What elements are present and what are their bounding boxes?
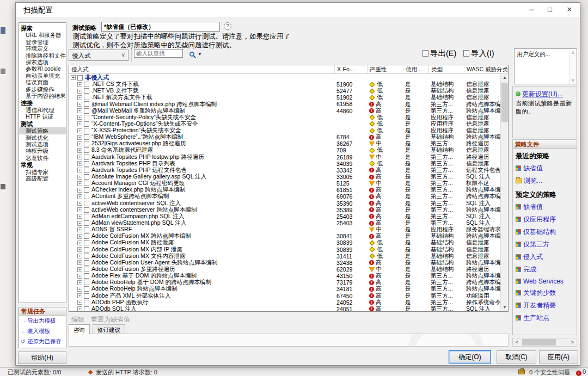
row-checkbox[interactable]: [84, 240, 89, 245]
expand-toggle-icon[interactable]: +: [77, 82, 82, 87]
row-checkbox[interactable]: [84, 95, 89, 100]
sidebar-item-HTTP 认证[interactable]: HTTP 认证: [19, 113, 66, 120]
expand-toggle-icon[interactable]: +: [77, 141, 82, 146]
expand-toggle-icon[interactable]: +: [77, 227, 82, 232]
table-row[interactable]: +@Mail WebMail 多重跨站点脚本编制44860!高是第三方...跨站…: [69, 108, 500, 114]
expand-toggle-icon[interactable]: +: [77, 121, 82, 126]
table-row[interactable]: +Adobe RoboHelp 跨站点脚本编制34181!高是第三方...跨站点…: [69, 286, 500, 292]
expand-toggle-icon[interactable]: +: [77, 221, 82, 226]
row-checkbox[interactable]: [84, 187, 89, 193]
expand-toggle-icon[interactable]: +: [77, 128, 82, 133]
policy-name-input[interactable]: [101, 22, 220, 32]
expand-toggle-icon[interactable]: +: [77, 89, 82, 94]
row-checkbox[interactable]: [84, 134, 89, 140]
expand-toggle-icon[interactable]: +: [77, 155, 82, 159]
table-row[interactable]: +Aardvark Topsites PHP 目录列表34039低是第三方...…: [69, 161, 500, 167]
close-button[interactable]: ✕: [560, 3, 579, 17]
search-input[interactable]: [134, 49, 183, 58]
table-row[interactable]: +Adobe ColdFusion MX 文件内容泄露31411低是基础结构信息…: [69, 253, 500, 260]
scrollbar-thumb[interactable]: [522, 339, 556, 346]
title-bar[interactable]: 扫描配置 ─ □ ✕: [16, 3, 580, 17]
expand-toggle-icon[interactable]: +: [77, 241, 82, 245]
task-link[interactable]: ↺还原为已保存: [19, 336, 66, 347]
sidebar-item-登录管理[interactable]: 登录管理: [19, 39, 66, 45]
row-checkbox[interactable]: [84, 147, 89, 153]
root-checkbox[interactable]: [77, 75, 83, 81]
row-checkbox[interactable]: [84, 286, 89, 292]
scroll-right-icon[interactable]: >: [568, 338, 577, 346]
policy-table-header[interactable]: 侵入式X-Fo...严重性使用...类型WASC 威胁分类: [69, 65, 508, 74]
right-panel-horizontal-scrollbar[interactable]: < >: [512, 338, 577, 347]
expand-toggle-icon[interactable]: +: [77, 148, 82, 153]
scroll-up-icon[interactable]: ▲: [501, 74, 509, 82]
table-row[interactable]: +ADOdb SQL 注入24051!高是第三方...SQL 注入: [69, 306, 500, 311]
sidebar-item-多步骤操作[interactable]: 多步骤操作: [19, 86, 66, 93]
row-checkbox[interactable]: [84, 108, 89, 114]
expand-toggle-icon[interactable]: +: [77, 188, 82, 193]
expand-toggle-icon[interactable]: +: [77, 247, 82, 252]
table-row[interactable]: +Adobe RoboHelp 基于 DOM 的跨站点脚本编制73179!高是第…: [69, 279, 500, 286]
sidebar-item-环境定义[interactable]: 环境定义: [19, 45, 66, 52]
column-header[interactable]: 类型: [429, 65, 464, 73]
search-options-caret-icon[interactable]: ▼: [198, 52, 202, 57]
table-row[interactable]: +activeWeb contentserver 跨站点脚本编制35389!高是…: [69, 207, 500, 213]
row-checkbox[interactable]: [84, 82, 89, 87]
row-checkbox[interactable]: [84, 121, 89, 127]
table-row[interactable]: +“IBM WebSphere”..“跨站点脚本编制6784!高是基础结构跨站点…: [69, 134, 500, 140]
policy-link-生产站点[interactable]: 生产站点: [513, 312, 577, 324]
sidebar-item-自动表单填充[interactable]: 自动表单填充: [19, 72, 66, 79]
expand-toggle-icon[interactable]: +: [77, 135, 82, 140]
policy-link-完成[interactable]: 完成: [513, 263, 577, 276]
help-icon[interactable]: ?: [224, 22, 231, 30]
sidebar-item-基于内容的结果[interactable]: 基于内容的结果: [19, 93, 66, 99]
expand-toggle-icon[interactable]: +: [77, 306, 82, 311]
table-row[interactable]: +Adobe 产品 XML 外部实体注入67450!高是第三方...功能滥用: [69, 293, 500, 299]
expand-toggle-icon[interactable]: +: [77, 181, 82, 186]
sidebar-item-测试选项[interactable]: 测试选项: [19, 141, 66, 147]
row-checkbox[interactable]: [84, 194, 89, 199]
table-vertical-scrollbar[interactable]: ▲ ▼: [500, 74, 508, 311]
row-checkbox[interactable]: [84, 214, 89, 219]
row-checkbox[interactable]: [84, 227, 89, 232]
sidebar-item-参数和 cookie[interactable]: 参数和 cookie: [19, 65, 66, 72]
table-row[interactable]: +AChecker index.php 跨站点脚本编制61851!高是第三方..…: [69, 187, 500, 193]
expand-toggle-icon[interactable]: +: [77, 102, 82, 107]
table-row[interactable]: +Adobe Flex 基于 DOM 的跨站点脚本编制43150!高是第三方..…: [69, 273, 500, 279]
table-row[interactable]: +Adobe ColdFusion MX 跨站点脚本编制30841!高是基础结构…: [69, 233, 500, 239]
policy-link-缺省值[interactable]: 缺省值: [513, 162, 577, 175]
search-icon[interactable]: [189, 51, 197, 61]
expand-toggle-icon[interactable]: +: [77, 168, 82, 172]
row-checkbox[interactable]: [84, 181, 89, 186]
sidebar-item-扫描专家[interactable]: 扫描专家: [19, 169, 66, 175]
policy-link-仅应用程序[interactable]: 仅应用程序: [513, 213, 577, 226]
expand-toggle-icon[interactable]: +: [77, 95, 82, 100]
row-checkbox[interactable]: [84, 300, 89, 305]
minimize-button[interactable]: ─: [522, 3, 541, 17]
row-checkbox[interactable]: [84, 273, 89, 279]
expand-toggle-icon[interactable]: +: [77, 280, 82, 285]
expand-toggle-icon[interactable]: +: [77, 201, 82, 206]
table-row[interactable]: +“X-XSS-Protection”头缺失或不安全低是应用程序信息泄露: [69, 127, 500, 134]
policy-link-仅第三方[interactable]: 仅第三方: [513, 238, 577, 251]
task-link[interactable]: ←装入模板: [19, 326, 66, 336]
table-row[interactable]: +Adobe ColdFusion MX 内部 IP 泄露30839低是基础结构…: [69, 246, 500, 253]
tab-advisory[interactable]: 咨询: [69, 324, 90, 334]
table-row[interactable]: +Adobe ColdFusion 多重路径遍历62029中是基础结构路径遍历: [69, 266, 500, 273]
table-row[interactable]: +Adobe ColdFusion User-Agent 头跨站点脚本编制324…: [69, 260, 500, 266]
row-checkbox[interactable]: [84, 201, 89, 206]
expand-toggle-icon[interactable]: +: [77, 234, 82, 239]
row-checkbox[interactable]: [84, 174, 89, 180]
user-box-scrollbar[interactable]: ∧∨: [569, 49, 577, 84]
row-checkbox[interactable]: [84, 233, 89, 239]
sidebar-item-测试优化[interactable]: 测试优化: [19, 134, 66, 141]
row-checkbox[interactable]: [84, 168, 89, 173]
expand-toggle-icon[interactable]: +: [77, 175, 82, 180]
expand-toggle-icon[interactable]: +: [77, 108, 82, 113]
update-settings-link[interactable]: 更新设置(U)...: [516, 90, 563, 99]
table-row[interactable]: +ADNS 盲 SSRF中是应用程序服务器端请求伪造: [69, 226, 500, 233]
row-checkbox[interactable]: [84, 220, 89, 226]
maximize-button[interactable]: □: [541, 3, 559, 17]
column-header[interactable]: 使用...: [403, 65, 429, 73]
row-checkbox[interactable]: [84, 306, 89, 311]
row-checkbox[interactable]: [84, 141, 89, 146]
